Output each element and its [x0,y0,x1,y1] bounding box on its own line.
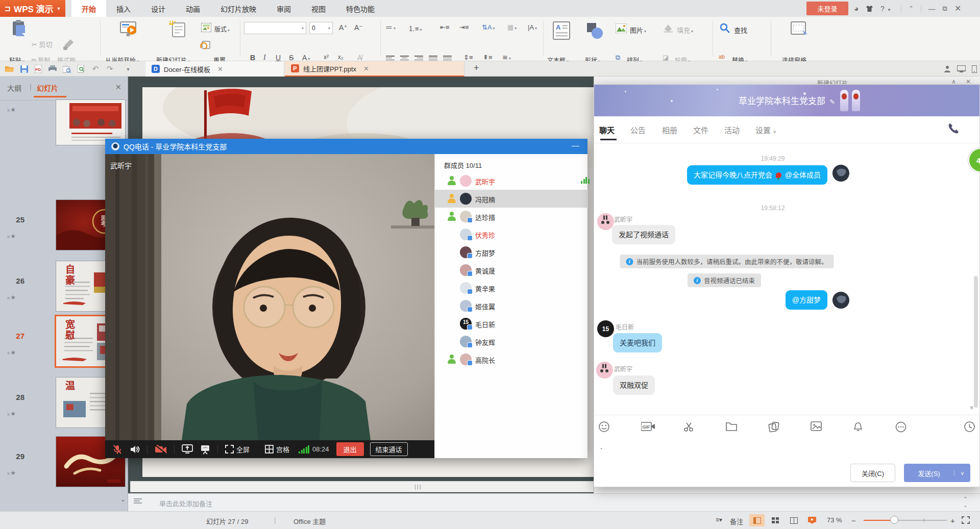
replace-icon[interactable]: ab [719,54,725,60]
strikethrough-icon[interactable]: S [289,54,293,62]
increase-indent-icon[interactable]: ⇥≡ [459,23,469,31]
superscript-icon[interactable]: x² [324,54,329,61]
font-color-icon[interactable]: A▾ [302,54,310,62]
close-icon[interactable]: ✕ [954,4,961,13]
end-call-button[interactable]: 结束通话 [370,442,408,456]
chat-tab-设置[interactable]: 设置 ∨ [755,124,776,135]
view-reading-button[interactable] [786,514,801,526]
member-row-毛日新[interactable]: 15毛日新 [435,315,588,333]
menu-tab-幻灯片放映[interactable]: 幻灯片放映 [210,0,266,17]
slide-thumbnail-partial[interactable] [56,100,125,145]
minimize-icon[interactable]: — [928,5,936,13]
menu-tab-插入[interactable]: 插入 [106,0,141,17]
find-button[interactable]: 查找 [734,25,747,35]
zoom-slider-track[interactable] [864,520,947,521]
chat-tab-文件[interactable]: 文件 [693,124,708,135]
italic-icon[interactable]: I [263,54,266,62]
undo-icon[interactable]: ↶ [90,63,101,74]
shake-window-icon[interactable] [768,421,779,433]
avatar[interactable] [832,292,849,309]
image-icon[interactable] [811,421,822,433]
monitor-icon[interactable] [955,63,967,74]
horizontal-scrollbar[interactable]: ||| [130,481,594,492]
exit-call-button[interactable]: 退出 [336,442,364,456]
grid-view-icon[interactable]: 宫格 [265,444,289,454]
bullet-list-icon[interactable]: ≔▾ [386,23,396,31]
zoom-in-icon[interactable]: + [950,516,955,525]
panel-scroll-down-icon[interactable]: ⌄ [120,496,126,503]
notification-bell-icon[interactable] [853,421,864,433]
notes-collapse-icon[interactable]: ⌃⌄ [963,496,968,508]
find-icon[interactable] [720,23,730,33]
skin-center-icon[interactable]: ◕ [854,4,859,13]
camera-off-icon[interactable] [155,445,167,454]
member-row-伏秀珍[interactable]: 伏秀珍 [435,225,588,243]
layout-icon[interactable] [201,23,211,32]
outgoing-message-bubble[interactable]: 大家记得今晚八点开党会 @全体成员 [687,165,827,185]
collapse-pane-icon[interactable]: ∧ [951,78,956,84]
send-options-chevron-icon[interactable]: ∨ [954,470,970,476]
help-icon[interactable]: ?▾ [880,5,894,13]
find-doc-icon[interactable] [76,63,87,74]
font-size-select[interactable]: 0▾ [309,22,333,34]
phone-call-icon[interactable] [947,122,961,136]
chat-tab-聊天[interactable]: 聊天 [599,124,615,135]
menu-tab-特色功能[interactable]: 特色功能 [336,0,385,17]
export-pdf-icon[interactable]: PD [33,63,44,74]
member-row-达珍措[interactable]: 达珍措 [435,208,588,225]
fill-icon[interactable] [663,23,674,33]
wps-logo-button[interactable]: ⊐ WPS 演示 ▼ [0,0,65,17]
outgoing-message-bubble[interactable]: @方甜梦 [786,290,827,310]
clear-format-icon[interactable]: A̸ [357,54,362,62]
increase-font-icon[interactable]: A⁺ [339,23,348,32]
picture-icon[interactable] [616,23,627,33]
chat-tab-活动[interactable]: 活动 [724,124,740,135]
tab-outline[interactable]: 大纲 [7,83,21,93]
close-tab-icon[interactable]: ✕ [363,65,369,72]
incoming-message-bubble[interactable]: 发起了视频通话 [612,225,675,244]
picture-button[interactable]: 图片▾ [630,25,646,35]
text-direction-icon[interactable]: ⇅A▾ [482,23,495,31]
scroll-to-bottom-icon[interactable]: ⩔ [970,404,973,412]
quickbar-dropdown-icon[interactable]: ▾ [122,63,134,74]
print-icon[interactable] [47,63,58,74]
member-row-黄辛果[interactable]: 黄辛果 [435,279,588,297]
chat-tab-相册[interactable]: 相册 [662,124,677,135]
reset-icon[interactable] [200,40,210,49]
member-row-冯冠楠[interactable]: 冯冠楠 [435,190,588,208]
avatar[interactable]: 15 [597,320,614,337]
close-pane-icon[interactable]: ✕ [966,78,971,84]
incoming-message-bubble[interactable]: 关麦吧我们 [613,333,662,352]
member-row-高院长[interactable]: 高院长 [435,350,588,368]
text-box-style-icon[interactable]: ▦▾ [507,23,517,31]
message-history-icon[interactable] [964,421,975,433]
assistant-icon[interactable] [942,63,953,74]
scrollbar-grip[interactable]: ||| [414,484,422,490]
screenshot-scissors-icon[interactable] [683,421,695,433]
fit-window-icon[interactable] [962,516,970,524]
more-options-icon[interactable] [895,421,906,433]
layout-button[interactable]: 版式▾ [214,24,230,33]
fullscreen-icon[interactable]: 全屏 [225,444,250,454]
doc-tab-pptx[interactable]: P 线上团课PPT.pptx ✕ [285,61,464,77]
theme-name[interactable]: Office 主题 [293,516,326,526]
notes-toggle-icon[interactable]: ≡▾ [716,516,722,523]
font-family-select[interactable]: ▾ [244,22,306,34]
member-row-钟友辉[interactable]: 钟友辉 [435,333,588,350]
shapes-icon[interactable] [586,22,603,39]
menu-tab-设计[interactable]: 设计 [141,0,176,17]
member-row-方甜梦[interactable]: 方甜梦 [435,243,588,261]
restore-icon[interactable]: ⧉ [943,5,947,13]
send-button[interactable]: 发送(S) ∨ [904,464,970,482]
collapse-ribbon-icon[interactable]: ⌃ [909,5,913,12]
tab-slides[interactable]: 幻灯片 [37,83,58,93]
emoji-icon[interactable] [599,421,610,433]
device-icon[interactable] [969,63,980,74]
smart-format-icon[interactable]: ≋▾ [502,54,511,61]
view-normal-button[interactable] [749,514,765,526]
edit-pencil-icon[interactable]: ✎ [829,98,835,106]
member-row-黄诚晟[interactable]: 黄诚晟 [435,261,588,279]
line-spacing-icon[interactable]: ⇕≡ [463,54,473,61]
decrease-indent-icon[interactable]: ⇤≡ [440,23,449,31]
menu-tab-动画[interactable]: 动画 [176,0,210,17]
